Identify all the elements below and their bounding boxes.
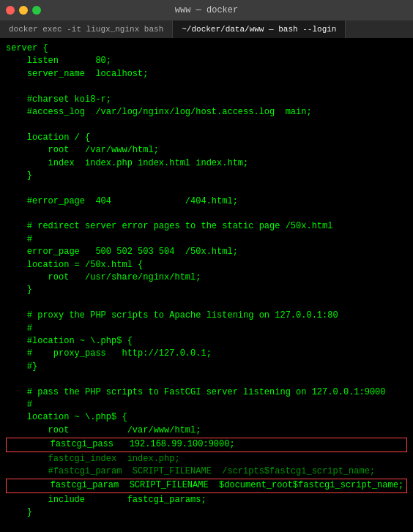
terminal-line (6, 208, 407, 220)
terminal-line: #charset koi8-r; (6, 94, 407, 106)
terminal-line: } (6, 170, 407, 182)
terminal-line: #fastcgi_param SCRIPT_FILENAME /scripts$… (6, 465, 407, 478)
terminal-line: #location ~ \.php$ { (6, 335, 407, 348)
maximize-button[interactable] (32, 6, 41, 15)
terminal-line: # (6, 323, 407, 335)
terminal-line: location = /50x.html { (6, 259, 407, 271)
terminal-line: fastcgi_pass 192.168.99.100:9000; (6, 438, 407, 452)
terminal-line: fastcgi_index index.php; (6, 453, 407, 465)
terminal-line: # pass the PHP scripts to FastCGI server… (6, 386, 407, 399)
terminal-line: listen 80; (6, 55, 407, 67)
terminal-line: location / { (6, 132, 407, 144)
terminal-line: } (6, 506, 407, 519)
tab-bar: docker exec -it liugx_nginx bash ~/docke… (0, 20, 413, 38)
terminal-line: index index.php index.html index.htm; (6, 157, 407, 170)
terminal-line (6, 119, 407, 131)
terminal-line: } (6, 284, 407, 296)
terminal-line: # (6, 233, 407, 246)
close-button[interactable] (6, 6, 15, 15)
terminal-line (6, 373, 407, 386)
terminal-content: server { listen 80; server_name localhos… (0, 38, 413, 532)
terminal-line (6, 297, 407, 310)
terminal-line: # proxy_pass http://127.0.0.1; (6, 348, 407, 360)
tab-docker-exec[interactable]: docker exec -it liugx_nginx bash (0, 20, 173, 38)
terminal-line: root /var/www/html; (6, 144, 407, 157)
window-title: www — docker (175, 5, 238, 15)
terminal-line: #error_page 404 /404.html; (6, 195, 407, 208)
terminal-line: root /usr/share/nginx/html; (6, 271, 407, 284)
terminal-line: #} (6, 361, 407, 373)
terminal-line: #access_log /var/log/nginx/log/host.acce… (6, 106, 407, 119)
tab-bash-login[interactable]: ~/docker/data/www — bash --login (173, 20, 346, 38)
terminal-line: # redirect server error pages to the sta… (6, 220, 407, 233)
traffic-lights (6, 6, 41, 15)
terminal-line: server { (6, 42, 407, 55)
terminal-line: # proxy the PHP scripts to Apache listen… (6, 310, 407, 322)
terminal-line: location ~ \.php$ { (6, 411, 407, 424)
terminal-line: # (6, 399, 407, 411)
terminal-line: include fastcgi_params; (6, 494, 407, 506)
terminal-line (6, 80, 407, 93)
terminal-line: server_name localhost; (6, 68, 407, 80)
terminal-line: error_page 500 502 503 504 /50x.html; (6, 246, 407, 258)
terminal-line (6, 182, 407, 195)
title-bar: www — docker (0, 0, 413, 20)
terminal-line (6, 519, 407, 531)
terminal-line: fastcgi_param SCRIPT_FILENAME $document_… (6, 479, 407, 492)
terminal-line: root /var/www/html; (6, 424, 407, 437)
minimize-button[interactable] (19, 6, 28, 15)
